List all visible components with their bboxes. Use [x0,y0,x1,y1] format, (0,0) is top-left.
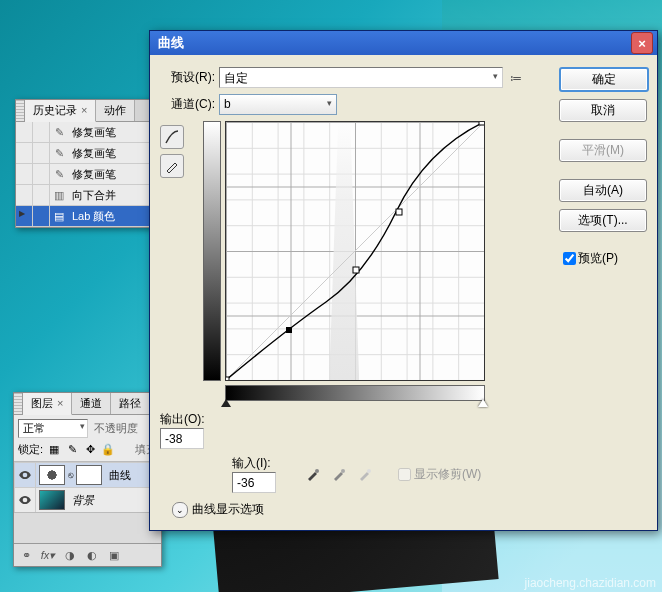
tab-close-icon[interactable]: × [57,397,63,409]
tab-paths[interactable]: 路径 [111,393,150,414]
preset-select[interactable]: 自定 [219,67,503,88]
history-panel: 历史记录× 动作 ✎修复画笔 ✎修复画笔 ✎修复画笔 ▥向下合并 ▤Lab 颜色 [15,99,159,228]
layer-name[interactable]: 曲线 [109,468,131,483]
svg-point-6 [315,469,319,473]
svg-rect-1 [226,377,229,380]
mask-thumb [76,465,102,485]
visibility-toggle[interactable] [15,488,36,512]
svg-rect-2 [286,327,292,333]
gray-eyedropper[interactable] [330,465,348,483]
link-icon: ⎋ [68,470,73,480]
smooth-button[interactable]: 平滑(M) [559,139,647,162]
history-item[interactable]: ▥向下合并 [16,185,158,206]
channel-label: 通道(C): [160,96,215,113]
input-gradient [225,385,485,401]
preset-label: 预设(R): [160,69,215,86]
preset-menu-icon[interactable]: ≔ [509,71,523,85]
curve-chart[interactable] [226,122,484,380]
black-eyedropper[interactable] [304,465,322,483]
input-input[interactable] [232,472,276,493]
tab-history[interactable]: 历史记录× [25,100,96,122]
curves-dialog: 曲线 × 预设(R): 自定 ≔ 通道(C): b [149,30,658,531]
healing-brush-icon: ✎ [50,165,68,183]
ok-button[interactable]: 确定 [559,67,649,92]
input-label: 输入(I): [232,455,276,472]
folder-icon[interactable]: ▣ [106,547,122,563]
svg-line-0 [226,122,484,380]
fx-icon[interactable]: fx▾ [40,547,56,563]
title-bar[interactable]: 曲线 × [150,31,657,55]
adjustment-thumb [39,465,65,485]
visibility-toggle[interactable] [15,463,36,487]
white-eyedropper[interactable] [356,465,374,483]
tab-layers[interactable]: 图层× [23,393,72,415]
close-button[interactable]: × [631,32,653,54]
pencil-icon [165,159,179,173]
preview-checkbox[interactable]: 预览(P) [559,249,647,268]
blend-mode-select[interactable]: 正常 [18,419,88,438]
merge-down-icon: ▥ [50,186,68,204]
output-input[interactable] [160,428,204,449]
svg-point-8 [367,469,371,473]
history-item-selected[interactable]: ▤Lab 颜色 [16,206,158,227]
healing-brush-icon: ✎ [50,123,68,141]
eye-icon [18,493,32,507]
lock-label: 锁定: [18,442,43,457]
cancel-button[interactable]: 取消 [559,99,647,122]
auto-button[interactable]: 自动(A) [559,179,647,202]
lock-trans-icon[interactable]: ▦ [47,443,61,456]
svg-rect-5 [479,122,484,125]
panel-drag[interactable] [14,393,23,414]
tab-actions[interactable]: 动作 [96,100,135,121]
white-point-slider[interactable] [478,399,488,407]
mode-icon: ▤ [50,207,68,225]
healing-brush-icon: ✎ [50,144,68,162]
history-item[interactable]: ✎修复画笔 [16,122,158,143]
layer-thumb [39,490,65,510]
lock-paint-icon[interactable]: ✎ [65,443,79,456]
svg-rect-3 [353,267,359,273]
dialog-title: 曲线 [154,34,631,52]
lock-move-icon[interactable]: ✥ [83,443,97,456]
show-clipping-checkbox[interactable]: 显示修剪(W) [394,465,481,484]
history-item[interactable]: ✎修复画笔 [16,143,158,164]
black-point-slider[interactable] [221,399,231,407]
lock-all-icon[interactable]: 🔒 [101,443,115,456]
layers-panel: 图层× 通道 路径 正常 不透明度 锁定: ▦ ✎ ✥ 🔒 填充 ⎋ 曲线 背景 [13,392,162,567]
pencil-tool-button[interactable] [160,154,184,178]
layer-row[interactable]: ⎋ 曲线 [14,462,161,487]
curve-icon [165,130,179,144]
layer-name[interactable]: 背景 [72,493,94,508]
curve-grid[interactable] [225,121,485,381]
channel-select[interactable]: b [219,94,337,115]
expand-toggle[interactable]: ⌄ [172,502,188,518]
svg-rect-4 [396,209,402,215]
tab-channels[interactable]: 通道 [72,393,111,414]
svg-point-7 [341,469,345,473]
link-layers-icon[interactable]: ⚭ [18,547,34,563]
tab-close-icon[interactable]: × [81,104,87,116]
opacity-label: 不透明度 [94,421,138,436]
history-item[interactable]: ✎修复画笔 [16,164,158,185]
mask-icon[interactable]: ◑ [62,547,78,563]
layers-footer: ⚭ fx▾ ◑ ◐ ▣ [14,543,161,566]
curve-tool-button[interactable] [160,125,184,149]
options-button[interactable]: 选项(T)... [559,209,647,232]
output-gradient [203,121,221,381]
site-footer: jiaocheng.chazidian.com [525,576,656,590]
eye-icon [18,468,32,482]
display-options-label[interactable]: 曲线显示选项 [192,501,264,518]
panel-drag[interactable] [16,100,25,121]
adjustment-icon[interactable]: ◐ [84,547,100,563]
layer-row[interactable]: 背景 [14,487,161,512]
